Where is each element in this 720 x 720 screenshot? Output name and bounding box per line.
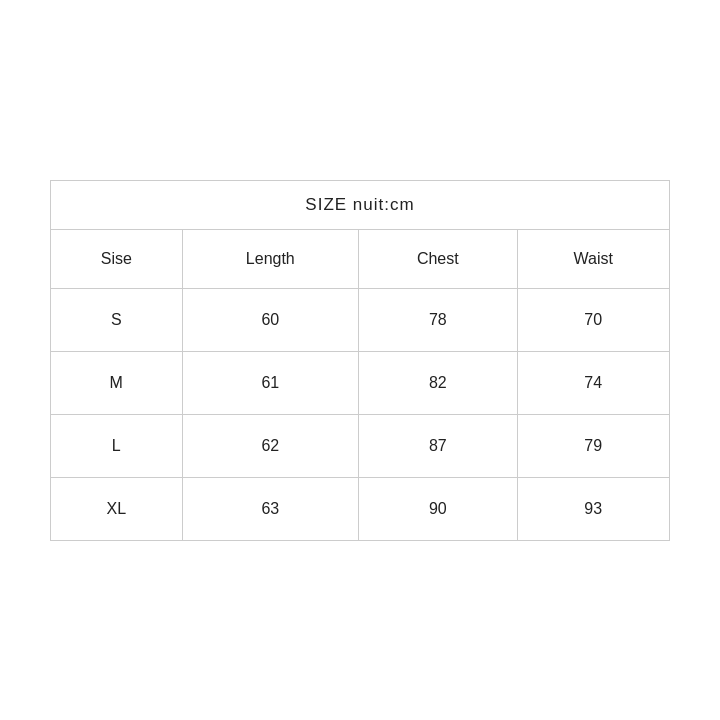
- cell-chest-xl: 90: [359, 477, 517, 540]
- cell-length-s: 60: [182, 288, 359, 351]
- cell-length-xl: 63: [182, 477, 359, 540]
- cell-size-l: L: [51, 414, 183, 477]
- table-row: S 60 78 70: [51, 288, 670, 351]
- cell-waist-l: 79: [517, 414, 669, 477]
- col-header-size: Sise: [51, 229, 183, 288]
- size-table: SIZE nuit:cm Sise Length Chest Waist S 6…: [50, 180, 670, 541]
- header-row: Sise Length Chest Waist: [51, 229, 670, 288]
- col-header-waist: Waist: [517, 229, 669, 288]
- cell-size-s: S: [51, 288, 183, 351]
- col-header-length: Length: [182, 229, 359, 288]
- title-row: SIZE nuit:cm: [51, 180, 670, 229]
- cell-length-l: 62: [182, 414, 359, 477]
- cell-chest-s: 78: [359, 288, 517, 351]
- table-row: L 62 87 79: [51, 414, 670, 477]
- table-row: XL 63 90 93: [51, 477, 670, 540]
- page-container: SIZE nuit:cm Sise Length Chest Waist S 6…: [0, 0, 720, 720]
- table-wrapper: SIZE nuit:cm Sise Length Chest Waist S 6…: [50, 180, 670, 541]
- col-header-chest: Chest: [359, 229, 517, 288]
- cell-waist-xl: 93: [517, 477, 669, 540]
- table-title: SIZE nuit:cm: [51, 180, 670, 229]
- cell-size-m: M: [51, 351, 183, 414]
- cell-waist-m: 74: [517, 351, 669, 414]
- cell-length-m: 61: [182, 351, 359, 414]
- table-row: M 61 82 74: [51, 351, 670, 414]
- cell-size-xl: XL: [51, 477, 183, 540]
- cell-chest-m: 82: [359, 351, 517, 414]
- cell-chest-l: 87: [359, 414, 517, 477]
- cell-waist-s: 70: [517, 288, 669, 351]
